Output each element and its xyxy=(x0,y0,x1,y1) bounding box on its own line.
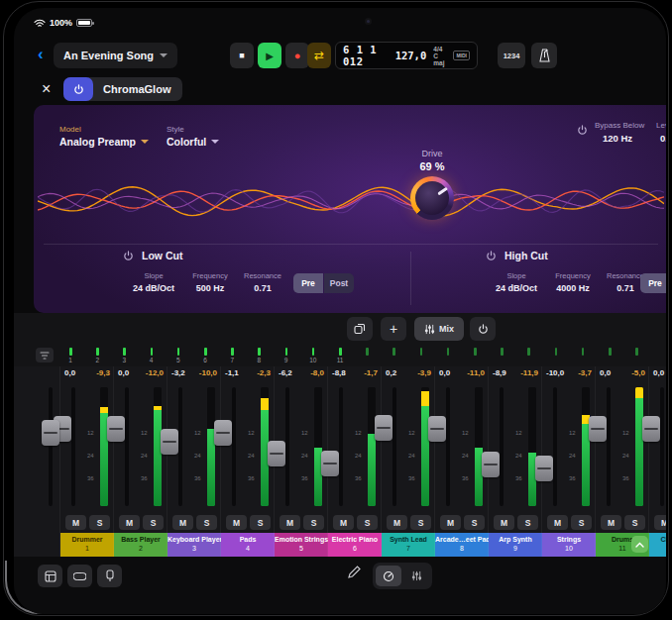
count-in-button[interactable]: 1234 xyxy=(498,43,525,68)
song-title-button[interactable]: An Evening Song xyxy=(54,43,177,68)
solo-button[interactable]: S xyxy=(250,515,271,530)
fader-handle[interactable] xyxy=(42,420,59,446)
low-cut-frequency[interactable]: Frequency 500 Hz xyxy=(184,271,236,293)
low-cut-slope[interactable]: Slope 24 dB/Oct xyxy=(129,271,178,293)
solo-button[interactable]: S xyxy=(571,515,592,530)
mixer-power-button[interactable] xyxy=(470,317,496,341)
mute-button[interactable]: M xyxy=(226,515,247,530)
fader-handle[interactable] xyxy=(375,415,392,441)
mix-toggle-button[interactable]: Mix xyxy=(414,317,464,341)
loops-button[interactable] xyxy=(67,565,92,587)
record-button[interactable]: ● xyxy=(285,43,309,68)
model-selector[interactable]: Analog Preamp xyxy=(59,136,149,148)
volume-fader[interactable] xyxy=(446,387,450,506)
mute-button[interactable]: M xyxy=(333,515,354,530)
track-label[interactable]: Bass Player 2 xyxy=(114,533,168,557)
back-chevron-icon[interactable]: ‹ xyxy=(38,45,44,64)
volume-fader[interactable] xyxy=(553,387,557,506)
track-label[interactable]: Synth Lead 7 xyxy=(382,533,435,557)
fader-handle[interactable] xyxy=(535,456,553,481)
track-label[interactable]: Drums 11 xyxy=(596,533,649,557)
volume-fader[interactable] xyxy=(339,387,343,506)
pre-button[interactable]: Pre xyxy=(293,273,323,293)
low-cut-resonance[interactable]: Resonance 0.71 xyxy=(238,271,287,293)
mute-button[interactable]: M xyxy=(601,515,621,530)
fader-handle[interactable] xyxy=(214,420,232,446)
track-label[interactable]: Chorus V xyxy=(649,533,666,557)
mute-button[interactable]: M xyxy=(65,515,86,530)
high-cut-slope[interactable]: Slope 24 dB/Oct xyxy=(492,271,541,293)
controls-view-button[interactable] xyxy=(376,566,401,586)
track-label[interactable]: Electric Piano 6 xyxy=(328,533,382,557)
volume-fader[interactable] xyxy=(178,387,182,506)
plugin-tile-button[interactable] xyxy=(97,565,122,587)
post-button[interactable]: Post xyxy=(324,273,354,293)
mute-button[interactable]: M xyxy=(172,515,193,530)
mute-button[interactable]: M xyxy=(547,515,568,530)
track-label[interactable]: Arcade…eet Pad 8 xyxy=(435,533,489,557)
level-value[interactable]: 0.0 xyxy=(660,133,666,144)
track-label[interactable]: Emotion Strings 5 xyxy=(275,533,328,557)
solo-button[interactable]: S xyxy=(143,515,164,530)
track-label[interactable]: Arp Synth 9 xyxy=(489,533,542,557)
fader-handle[interactable] xyxy=(589,416,607,442)
solo-button[interactable]: S xyxy=(89,515,110,530)
plugin-power-button[interactable] xyxy=(63,77,93,101)
volume-fader[interactable] xyxy=(125,387,129,506)
high-cut-power-icon[interactable] xyxy=(486,251,497,261)
lcd-display[interactable]: 6 1 1 012 127,0 4/4 C maj MIDI xyxy=(335,42,478,69)
fader-handle[interactable] xyxy=(268,441,285,466)
fader-handle[interactable] xyxy=(161,429,178,455)
track-label[interactable]: Drummer 1 xyxy=(60,533,114,557)
mute-button[interactable]: M xyxy=(387,515,407,530)
track-label[interactable]: Strings 10 xyxy=(542,533,596,557)
solo-button[interactable]: S xyxy=(196,515,217,530)
volume-fader[interactable] xyxy=(49,387,53,506)
ruler-filter-icon[interactable] xyxy=(36,348,54,362)
metronome-button[interactable] xyxy=(531,43,557,68)
play-button[interactable]: ▶ xyxy=(258,43,281,68)
volume-fader[interactable] xyxy=(392,387,396,506)
solo-button[interactable]: S xyxy=(464,515,485,530)
solo-button[interactable]: S xyxy=(357,515,378,530)
volume-fader[interactable] xyxy=(285,387,289,506)
browser-button[interactable] xyxy=(38,565,62,587)
fader-handle[interactable] xyxy=(321,451,339,476)
mute-button[interactable]: M xyxy=(654,515,666,530)
drive-knob[interactable] xyxy=(410,176,454,220)
fader-handle[interactable] xyxy=(482,452,500,477)
volume-fader[interactable] xyxy=(232,387,236,506)
close-icon[interactable]: × xyxy=(42,79,51,99)
cycle-button[interactable]: ⇄ xyxy=(307,43,331,68)
solo-button[interactable]: S xyxy=(517,515,538,530)
high-cut-frequency[interactable]: Frequency 4000 Hz xyxy=(547,271,599,293)
mute-button[interactable]: M xyxy=(280,515,300,530)
track-label[interactable]: Keyboard Player 3 xyxy=(168,533,221,557)
volume-fader[interactable] xyxy=(607,387,611,506)
fader-handle[interactable] xyxy=(642,416,660,442)
mute-button[interactable]: M xyxy=(494,515,514,530)
stop-button[interactable]: ■ xyxy=(230,43,254,68)
fader-handle[interactable] xyxy=(107,416,125,442)
volume-fader[interactable] xyxy=(660,387,664,506)
mute-button[interactable]: M xyxy=(440,515,461,530)
volume-fader[interactable] xyxy=(500,387,504,506)
style-selector[interactable]: Colorful xyxy=(167,136,219,148)
bypass-power-icon[interactable] xyxy=(577,125,588,136)
mute-button[interactable]: M xyxy=(119,515,140,530)
fader-handle[interactable] xyxy=(428,416,446,442)
solo-button[interactable]: S xyxy=(624,515,645,530)
mixer-view-button[interactable] xyxy=(403,566,429,586)
duplicate-button[interactable] xyxy=(347,317,373,341)
track-label[interactable]: Pads 4 xyxy=(221,533,275,557)
bypass-below-value[interactable]: 120 Hz xyxy=(603,133,632,144)
expand-chevron-button[interactable] xyxy=(631,536,648,553)
edit-pencil-button[interactable] xyxy=(347,566,361,582)
solo-button[interactable]: S xyxy=(303,515,324,530)
solo-button[interactable]: S xyxy=(410,515,431,530)
volume-fader[interactable] xyxy=(71,387,75,506)
add-track-button[interactable]: + xyxy=(381,317,406,341)
pre-button[interactable]: Pre xyxy=(640,273,666,293)
bar-ruler[interactable]: 1234567891011 xyxy=(14,345,666,366)
low-cut-power-icon[interactable] xyxy=(123,251,134,261)
